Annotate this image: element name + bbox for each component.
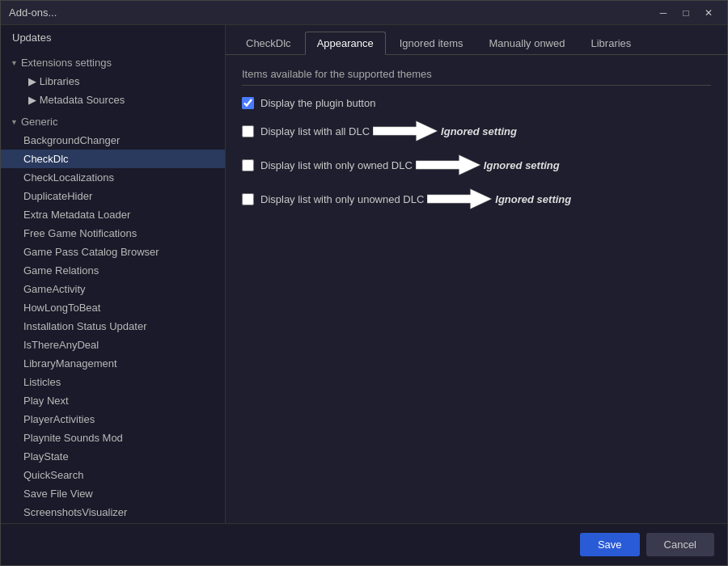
- checkbox-all-dlc[interactable]: [242, 125, 254, 137]
- sidebar-item-playeractivities[interactable]: PlayerActivities: [1, 410, 225, 429]
- panel-content: Items available for the supported themes…: [226, 55, 727, 523]
- titlebar: Add-ons... ─ □ ✕: [1, 1, 727, 25]
- sidebar-item-updates[interactable]: Updates: [1, 25, 225, 50]
- expand-icon: ▼: [11, 59, 18, 67]
- sidebar-item-save-file-view[interactable]: Save File View: [1, 484, 225, 503]
- window-title: Add-ons...: [9, 6, 653, 19]
- arrow-icon-3: [416, 153, 480, 177]
- save-button[interactable]: Save: [580, 533, 640, 556]
- checkbox-row-4: Display list with only unowned DLC: [242, 193, 424, 205]
- annotation-2: Ignored setting: [373, 119, 517, 143]
- maximize-button[interactable]: □: [675, 5, 696, 21]
- annotation-3: Ignored setting: [416, 153, 560, 177]
- checkbox-row-3-container: Display list with only owned DLC Ignored…: [242, 153, 711, 177]
- sidebar-item-extra-metadata-loader[interactable]: Extra Metadata Loader: [1, 205, 225, 224]
- checkbox-row-4-container: Display list with only unowned DLC Ignor…: [242, 187, 711, 211]
- annotation-text-3: Ignored setting: [484, 159, 560, 171]
- sidebar-item-backgroundchanger[interactable]: BackgroundChanger: [1, 131, 225, 150]
- sidebar-item-checklocalizations[interactable]: CheckLocalizations: [1, 168, 225, 187]
- main-content: Updates ▼ Extensions settings ▶ Librarie…: [1, 25, 727, 523]
- extensions-label: Extensions settings: [21, 57, 112, 69]
- sidebar-item-metadata[interactable]: ▶ Metadata Sources: [1, 91, 225, 109]
- tab-checkdlc[interactable]: CheckDlc: [234, 32, 303, 54]
- tabs-bar: CheckDlc Appearance Ignored items Manual…: [226, 25, 727, 55]
- sidebar-item-gameactivity[interactable]: GameActivity: [1, 280, 225, 298]
- checkbox-row-3: Display list with only owned DLC: [242, 159, 413, 171]
- sidebar-item-isthereanydeal[interactable]: IsThereAnyDeal: [1, 336, 225, 354]
- right-panel: CheckDlc Appearance Ignored items Manual…: [226, 25, 727, 523]
- svg-marker-2: [427, 189, 492, 209]
- tab-manually-owned[interactable]: Manually onwed: [477, 32, 578, 54]
- expand-icon-metadata: ▶: [28, 94, 36, 106]
- sidebar-item-installation-status-updater[interactable]: Installation Status Updater: [1, 317, 225, 336]
- tab-libraries[interactable]: Libraries: [578, 32, 643, 54]
- checkbox-plugin-button[interactable]: [242, 97, 254, 109]
- arrow-icon-2: [373, 119, 438, 143]
- sidebar-item-librarymanagement[interactable]: LibraryManagement: [1, 354, 225, 373]
- tab-appearance[interactable]: Appearance: [305, 32, 386, 55]
- sidebar-item-quicksearch[interactable]: QuickSearch: [1, 466, 225, 484]
- sidebar-item-play-next[interactable]: Play Next: [1, 391, 225, 410]
- sidebar-item-playstate[interactable]: PlayState: [1, 447, 225, 466]
- checkbox-unowned-dlc[interactable]: [242, 193, 254, 205]
- svg-marker-0: [373, 121, 438, 142]
- annotation-text-4: Ignored setting: [495, 193, 571, 205]
- expand-icon-libraries: ▶: [28, 75, 36, 87]
- annotation-4: Ignored setting: [427, 187, 571, 211]
- checkbox-row-2: Display list with all DLC: [242, 125, 370, 137]
- checkbox-all-dlc-label: Display list with all DLC: [260, 125, 370, 137]
- sidebar-item-screenshotsvisualizer[interactable]: ScreenshotsVisualizer: [1, 503, 225, 522]
- sidebar-item-game-pass-catalog-browser[interactable]: Game Pass Catalog Browser: [1, 243, 225, 261]
- checkbox-owned-dlc[interactable]: [242, 159, 254, 171]
- checkbox-plugin-button-label: Display the plugin button: [260, 97, 375, 109]
- sidebar-item-listicles[interactable]: Listicles: [1, 373, 225, 391]
- cancel-button[interactable]: Cancel: [646, 533, 714, 556]
- sidebar: Updates ▼ Extensions settings ▶ Librarie…: [1, 25, 226, 523]
- section-title: Items available for the supported themes: [242, 68, 711, 86]
- sidebar-item-howlongtobeat[interactable]: HowLongToBeat: [1, 298, 225, 317]
- arrow-icon-4: [427, 187, 492, 211]
- sidebar-extensions-header[interactable]: ▼ Extensions settings: [1, 50, 225, 72]
- sidebar-generic-header[interactable]: ▼ Generic: [1, 109, 225, 131]
- sidebar-item-game-relations[interactable]: Game Relations: [1, 261, 225, 280]
- tab-ignored[interactable]: Ignored items: [387, 32, 476, 54]
- main-window: Add-ons... ─ □ ✕ Updates ▼ Extensions se…: [0, 0, 728, 566]
- expand-icon-generic: ▼: [11, 118, 18, 126]
- annotation-text-2: Ignored setting: [441, 125, 517, 137]
- titlebar-controls: ─ □ ✕: [653, 5, 719, 21]
- checkbox-row-1: Display the plugin button: [242, 97, 711, 109]
- sidebar-item-duplicatehider[interactable]: DuplicateHider: [1, 187, 225, 205]
- checkbox-unowned-dlc-label: Display list with only unowned DLC: [260, 193, 424, 205]
- minimize-button[interactable]: ─: [653, 5, 674, 21]
- checkbox-owned-dlc-label: Display list with only owned DLC: [260, 159, 413, 171]
- checkbox-row-2-container: Display list with all DLC Ignored settin…: [242, 119, 711, 143]
- sidebar-generic-list: BackgroundChangerCheckDlcCheckLocalizati…: [1, 131, 225, 522]
- close-button[interactable]: ✕: [698, 5, 719, 21]
- sidebar-item-free-game-notifications[interactable]: Free Game Notifications: [1, 224, 225, 243]
- svg-marker-1: [416, 155, 480, 175]
- generic-label: Generic: [21, 116, 58, 128]
- sidebar-item-playnite-sounds-mod[interactable]: Playnite Sounds Mod: [1, 429, 225, 447]
- sidebar-item-checkdlc[interactable]: CheckDlc: [1, 150, 225, 168]
- bottom-bar: Save Cancel: [1, 523, 727, 565]
- sidebar-item-libraries[interactable]: ▶ Libraries: [1, 72, 225, 91]
